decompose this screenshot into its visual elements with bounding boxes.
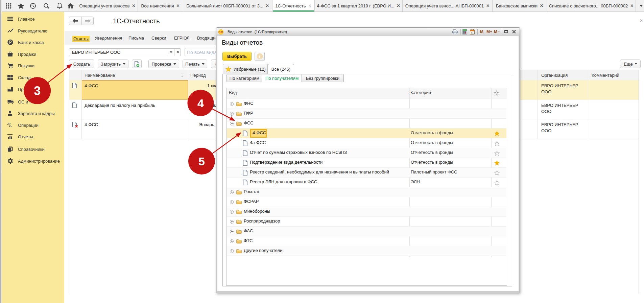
svg-text:31: 31 [471,31,474,34]
svg-text:i: i [259,54,260,59]
svg-text:1С: 1С [219,30,223,34]
